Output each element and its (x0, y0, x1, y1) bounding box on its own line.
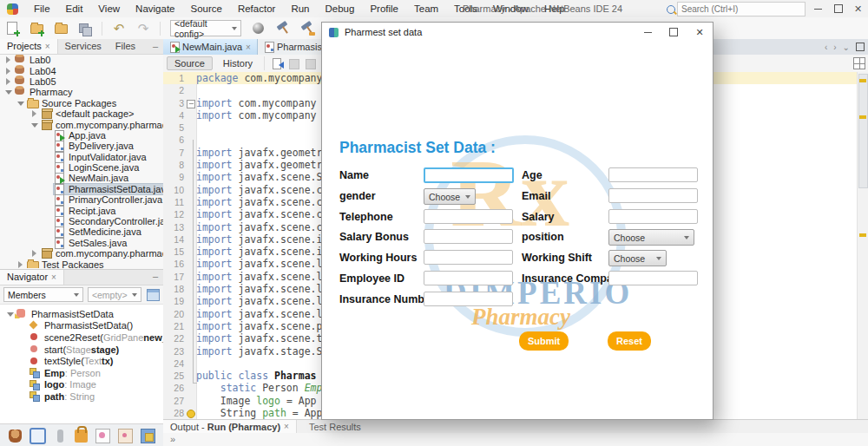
new-file-button[interactable] (4, 21, 20, 36)
expand-icon[interactable] (5, 68, 12, 75)
tree-item-bydelivery-java[interactable]: ByDelivery.java (0, 141, 163, 151)
nav-item-emp-field[interactable]: Emp : Person (0, 367, 163, 379)
submit-button[interactable]: Submit (519, 331, 569, 351)
gender-select[interactable]: Choose (424, 188, 476, 205)
scroll-left-icon[interactable]: ‹ (825, 43, 827, 52)
tree-item-source-packages[interactable]: Source Packages (0, 98, 163, 108)
menu-edit[interactable]: Edit (58, 0, 91, 17)
dialog-minimize-button[interactable] (635, 23, 661, 42)
tree-item-recipt-java[interactable]: Recipt.java (0, 205, 163, 215)
save-all-button[interactable] (77, 21, 93, 36)
nav-item-class[interactable]: PharmasistSetData (0, 308, 163, 320)
nav-item-textstyle[interactable]: textStyle(Text tx) (0, 355, 163, 367)
hint-lightbulb-icon[interactable] (187, 410, 195, 418)
close-icon[interactable]: × (45, 42, 50, 51)
tab-files[interactable]: Files (108, 39, 142, 54)
warning-mark[interactable] (859, 233, 866, 237)
filter-selector[interactable]: <empty> (88, 287, 141, 302)
insurance-company-input[interactable] (608, 271, 698, 285)
menu-source[interactable]: Source (182, 0, 229, 17)
scroll-right-icon[interactable]: › (833, 43, 836, 52)
employee-id-input[interactable] (424, 271, 513, 285)
close-icon[interactable]: × (246, 43, 251, 52)
statusbar-icon-7[interactable] (141, 429, 155, 443)
tree-item-main-package[interactable]: com.mycompany.pharmacy (0, 119, 163, 129)
working-shift-select[interactable]: Choose (608, 250, 667, 266)
salary-bonus-input[interactable] (424, 229, 513, 244)
tab-output-run[interactable]: Output - Run (Pharmacy) × (163, 420, 297, 433)
open-project-button[interactable] (53, 21, 69, 36)
working-hours-input[interactable] (424, 250, 513, 265)
menu-profile[interactable]: Profile (362, 0, 406, 17)
menu-refactor[interactable]: Refactor (230, 0, 283, 17)
age-input[interactable] (608, 167, 698, 182)
menu-debug[interactable]: Debug (317, 0, 362, 17)
close-icon[interactable]: × (284, 422, 289, 431)
fold-collapse-icon[interactable] (187, 100, 195, 108)
error-stripe[interactable] (857, 72, 868, 419)
nav-item-path-field[interactable]: path : String (0, 390, 163, 403)
tree-item-lab0[interactable]: Lab0 (0, 55, 163, 65)
statusbar-icon-1[interactable] (9, 430, 22, 443)
clean-build-button[interactable] (299, 21, 315, 36)
redo-button[interactable]: ↷ (135, 21, 151, 36)
close-button[interactable]: ✕ (848, 0, 868, 17)
tab-services[interactable]: Services (58, 39, 108, 54)
build-button[interactable] (275, 21, 291, 36)
minimize-button[interactable] (808, 0, 828, 17)
warning-mark[interactable] (859, 115, 866, 119)
menu-file[interactable]: File (26, 0, 58, 17)
tree-item-default-package[interactable]: <default package> (0, 108, 163, 119)
nav-item-constructor[interactable]: PharmasistSetData() (0, 320, 163, 332)
tab-projects[interactable]: Projects× (0, 39, 58, 54)
salary-input[interactable] (608, 209, 698, 224)
nav-item-scene2reset[interactable]: scene2Reset(GridPane new_grid) (0, 331, 163, 344)
lock-icon[interactable] (75, 430, 88, 443)
tab-test-results[interactable]: Test Results (297, 420, 373, 433)
minimize-panel-icon[interactable]: – (153, 269, 158, 283)
expand-icon[interactable] (5, 56, 12, 63)
show-inherited-icon[interactable] (147, 289, 160, 301)
collapse-icon[interactable] (31, 121, 38, 128)
tree-item-test-packages[interactable]: Test Packages (0, 259, 163, 268)
new-project-button[interactable] (29, 21, 44, 36)
dialog-titlebar[interactable]: Pharmest set data ✕ (322, 23, 713, 42)
tree-item-lab04[interactable]: Lab04 (0, 65, 163, 75)
back-button[interactable] (288, 58, 299, 69)
expand-icon[interactable] (17, 261, 24, 268)
tree-item-primarycontroller-java[interactable]: PrimaryController.java (0, 194, 163, 205)
undo-button[interactable]: ↶ (111, 21, 127, 36)
telephone-input[interactable] (424, 209, 513, 224)
tree-item-pharmasistsetdata-java[interactable]: PharmasistSetData.java (0, 184, 163, 194)
statusbar-icon-2[interactable] (30, 428, 46, 444)
tab-list-icon[interactable]: ⌄ (843, 43, 850, 52)
reset-button[interactable]: Reset (608, 331, 651, 351)
output-content[interactable]: » (163, 433, 868, 446)
scope-selector[interactable]: Members (3, 287, 83, 302)
statusbar-icon-3[interactable] (57, 430, 63, 443)
last-edit-position-button[interactable] (272, 58, 283, 69)
expand-icon[interactable] (31, 110, 38, 117)
expand-output-icon[interactable]: » (170, 434, 175, 444)
menu-view[interactable]: View (90, 0, 128, 17)
projects-tree[interactable]: Lab0 Lab04 Lab05 Pharmacy Source Package… (0, 55, 163, 268)
tab-newmain-java[interactable]: NewMain.java × (163, 39, 258, 55)
tree-item-setsales-java[interactable]: SetSales.java (0, 238, 163, 248)
collapse-icon[interactable] (17, 100, 24, 107)
tree-item-newmain-java[interactable]: NewMain.java (0, 173, 163, 183)
profile-button[interactable] (251, 21, 266, 36)
menu-navigate[interactable]: Navigate (128, 0, 182, 17)
menu-run[interactable]: Run (283, 0, 317, 17)
scrollbar-thumb[interactable] (858, 74, 868, 188)
source-view-button[interactable]: Source (167, 56, 213, 70)
maximize-button[interactable] (828, 0, 848, 17)
close-icon[interactable]: × (51, 272, 56, 282)
statusbar-icon-5[interactable] (95, 429, 110, 443)
tree-item-setmedicine-java[interactable]: SetMedicine.java (0, 226, 163, 237)
maximize-editor-icon[interactable] (856, 43, 865, 51)
nav-item-logo-field[interactable]: logo : Image (0, 379, 163, 391)
tree-item-lab05[interactable]: Lab05 (0, 76, 163, 87)
split-editor-icon[interactable] (853, 57, 865, 69)
search-input[interactable] (677, 2, 806, 16)
collapse-icon[interactable] (7, 311, 14, 318)
